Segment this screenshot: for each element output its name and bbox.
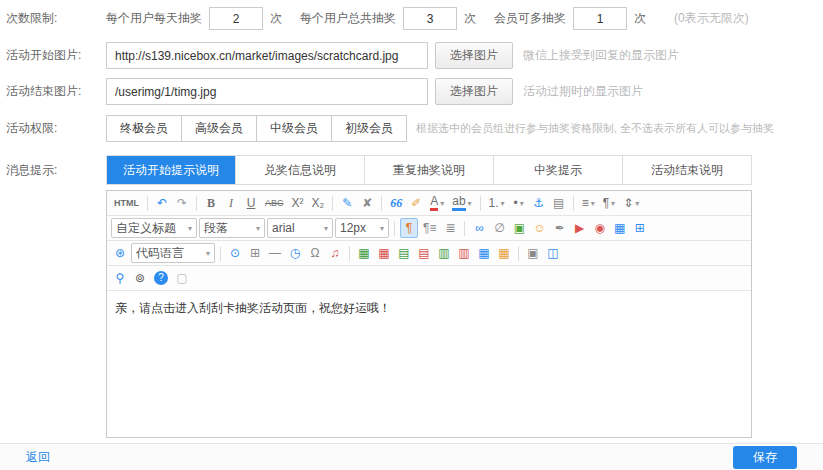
word-image-icon[interactable]: ⊞▾ — [246, 243, 264, 263]
total-draw-input[interactable] — [403, 7, 457, 30]
align-icon[interactable]: ≡▾ — [579, 193, 598, 213]
chevron-down-icon: ▾ — [206, 249, 210, 258]
font-family-select[interactable]: arial▾ — [267, 218, 333, 238]
date-time-icon[interactable]: ◷▾ — [286, 243, 304, 263]
perm-ultimate-member[interactable]: 终极会员 — [106, 115, 182, 142]
tab-label: 活动结束说明 — [651, 162, 723, 179]
tab-start-message[interactable]: 活动开始提示说明 — [107, 156, 236, 184]
emotion-icon[interactable]: ☺▾ — [530, 218, 548, 238]
chevron-down-icon: ▾ — [468, 199, 472, 208]
chevron-down-icon: ▾ — [611, 199, 615, 208]
total-limit-group: 每个用户总共抽奖 次 — [300, 7, 476, 30]
paragraph-format-icon[interactable]: ¶▾ — [600, 193, 618, 213]
fullscreen-icon[interactable]: ⊞▾ — [631, 218, 649, 238]
merge-cells-icon[interactable]: ▦▾ — [475, 243, 493, 263]
help-icon[interactable]: ?▾ — [151, 268, 171, 288]
end-image-pick-button[interactable]: 选择图片 — [435, 78, 513, 105]
code-snippet-icon[interactable]: ⊛▾ — [111, 243, 129, 263]
draft-icon[interactable]: ▢▾ — [173, 268, 191, 288]
text-direction-icon[interactable]: ¶≡▾ — [420, 218, 439, 238]
back-link[interactable]: 返回 — [26, 449, 50, 466]
perm-senior-member[interactable]: 高级会员 — [181, 115, 257, 142]
start-image-label: 活动开始图片: — [6, 47, 106, 64]
paragraph-mark-icon[interactable]: ¶▾ — [400, 218, 418, 238]
limits-label: 次数限制: — [6, 10, 106, 27]
delete-row-icon[interactable]: ▤▾ — [415, 243, 433, 263]
scrawl-icon[interactable]: ✒▾ — [551, 218, 569, 238]
start-image-pick-button[interactable]: 选择图片 — [435, 42, 513, 69]
justify-icon[interactable]: ≣▾ — [441, 218, 459, 238]
print-icon[interactable]: ▣▾ — [524, 243, 542, 263]
line-height-icon[interactable]: ⇕▾ — [620, 193, 642, 213]
perm-junior-member[interactable]: 初级会员 — [331, 115, 407, 142]
times-suffix: 次 — [464, 10, 476, 27]
code-language-select[interactable]: 代码语言▾ — [131, 243, 215, 263]
link-icon[interactable]: ∞▾ — [470, 218, 488, 238]
editor-content[interactable]: 亲，请点击进入刮刮卡抽奖活动页面，祝您好运哦！ — [107, 291, 751, 437]
insert-row-icon[interactable]: ▤▾ — [395, 243, 413, 263]
times-suffix: 次 — [270, 10, 282, 27]
video-icon[interactable]: ▶▾ — [571, 218, 589, 238]
start-image-row: 活动开始图片: 选择图片 微信上接受到回复的显示图片 — [0, 42, 823, 69]
insert-frame-icon[interactable]: ▤▾ — [550, 193, 568, 213]
snapshot-icon[interactable]: ⊙▾ — [226, 243, 244, 263]
font-size-select[interactable]: 12px▾ — [335, 218, 389, 238]
member-extra-group: 会员可多抽奖 次 — [494, 7, 646, 30]
source-code-icon[interactable]: HTML▾ — [111, 193, 142, 213]
delete-table-icon[interactable]: ▦▾ — [375, 243, 393, 263]
font-color-icon[interactable]: A▾ — [427, 193, 447, 213]
delete-col-icon[interactable]: ▥▾ — [455, 243, 473, 263]
end-image-hint: 活动过期时的显示图片 — [523, 83, 643, 100]
end-image-row: 活动结束图片: 选择图片 活动过期时的显示图片 — [0, 78, 823, 105]
insert-col-icon[interactable]: ▥▾ — [435, 243, 453, 263]
chevron-down-icon: ▾ — [635, 199, 639, 208]
paragraph-select[interactable]: 段落▾ — [199, 218, 265, 238]
insert-table-icon[interactable]: ▦▾ — [355, 243, 373, 263]
tab-repeat-draw[interactable]: 重复抽奖说明 — [365, 156, 494, 184]
italic-icon[interactable]: I▾ — [222, 193, 240, 213]
find-replace-icon[interactable]: ⊚▾ — [131, 268, 149, 288]
anchor-icon[interactable]: ⚓▾ — [530, 193, 548, 213]
unlink-icon[interactable]: ∅▾ — [490, 218, 508, 238]
underline-icon[interactable]: U▾ — [242, 193, 260, 213]
back-color-icon[interactable]: ab▾ — [449, 193, 474, 213]
strikethrough-icon[interactable]: ABC▾ — [262, 193, 287, 213]
map-icon[interactable]: ◉▾ — [591, 218, 609, 238]
format-painter-icon[interactable]: ✎▾ — [338, 193, 356, 213]
split-cells-icon[interactable]: ▦▾ — [495, 243, 513, 263]
highlight-pen-icon[interactable]: ✐▾ — [407, 193, 425, 213]
tab-end-message[interactable]: 活动结束说明 — [623, 156, 751, 184]
superscript-icon[interactable]: X²▾ — [289, 193, 307, 213]
special-char-icon[interactable]: Ω▾ — [306, 243, 324, 263]
start-image-hint: 微信上接受到回复的显示图片 — [523, 47, 679, 64]
music-icon[interactable]: ♫▾ — [326, 243, 344, 263]
redo-icon[interactable]: ↷▾ — [173, 193, 191, 213]
perm-middle-member[interactable]: 中级会员 — [256, 115, 332, 142]
custom-title-select[interactable]: 自定义标题▾ — [111, 218, 197, 238]
template-icon[interactable]: ▦▾ — [611, 218, 629, 238]
save-button[interactable]: 保存 — [733, 446, 797, 469]
tab-label: 兑奖信息说明 — [264, 162, 336, 179]
subscript-icon[interactable]: X₂▾ — [309, 193, 328, 213]
start-image-input[interactable] — [106, 42, 428, 69]
tab-win-message[interactable]: 中奖提示 — [494, 156, 623, 184]
unordered-list-icon[interactable]: •▾ — [510, 193, 528, 213]
horizontal-rule-icon[interactable]: —▾ — [266, 243, 284, 263]
remove-format-icon[interactable]: ✘▾ — [358, 193, 376, 213]
undo-icon[interactable]: ↶▾ — [153, 193, 171, 213]
image-icon[interactable]: ▣▾ — [510, 218, 528, 238]
bold-icon[interactable]: B▾ — [202, 193, 220, 213]
blockquote-icon[interactable]: 66▾ — [387, 193, 405, 213]
perm-label: 中级会员 — [270, 121, 318, 135]
tab-redeem-info[interactable]: 兑奖信息说明 — [236, 156, 365, 184]
member-extra-input[interactable] — [573, 7, 627, 30]
ordered-list-icon[interactable]: 1.▾ — [486, 193, 508, 213]
rich-text-editor: HTML▾▾↶▾↷▾▾B▾I▾U▾ABC▾X²▾X₂▾▾✎▾✘▾▾66▾✐▾A▾… — [106, 190, 752, 438]
per-day-draw-input[interactable] — [209, 7, 263, 30]
tab-label: 活动开始提示说明 — [123, 162, 219, 179]
search-icon[interactable]: ⚲▾ — [111, 268, 129, 288]
end-image-input[interactable] — [106, 78, 428, 105]
editor-toolbar-row-2: 自定义标题▾段落▾arial▾12px▾▾¶▾¶≡▾≣▾▾∞▾∅▾▣▾☺▾✒▾▶… — [107, 216, 751, 241]
lottery-activity-settings-page: 次数限制: 每个用户每天抽奖 次 每个用户总共抽奖 次 会员可多抽奖 次 (0表… — [0, 0, 823, 438]
preview-icon[interactable]: ◫▾ — [544, 243, 562, 263]
